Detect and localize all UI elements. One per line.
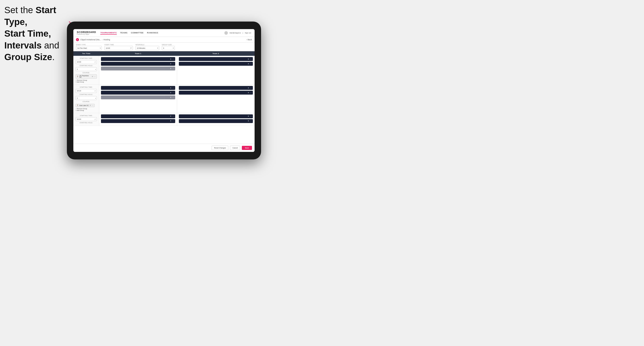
cancel-button[interactable]: Cancel [230,146,240,150]
player-dots-icon-2-1[interactable]: ⋯ [250,58,252,60]
player-row-3-1: ✕ ⋯ [101,86,175,90]
nav-links: TOURNAMENTS TEAMS COMMITTEE RANKINGS [100,31,224,35]
course-remove-2[interactable]: ✕ [90,105,91,106]
nav-tournaments[interactable]: TOURNAMENTS [100,31,116,35]
player-dots-icon-6-1[interactable]: ⋯ [250,115,252,117]
starting-time-input-1[interactable] [76,60,97,64]
player-remove-icon-3-3[interactable]: ✕ [170,97,172,98]
separator: | [243,32,243,34]
group-row-2: STARTING TIME: ⏱ STARTING HOLE: ▾ COURSE… [73,85,254,113]
group-right-2: ✕ ⋯ ✕ ⋯ ✕ ⋯ ✕ [99,85,254,113]
player-dots-icon-4-2[interactable]: ⋯ [250,92,252,94]
player-remove-icon-4-2[interactable]: ✕ [248,92,249,94]
breadcrumb-separator: › [102,38,103,41]
time-icon-3: ⏱ [94,118,96,120]
player-dots-icon-5-2[interactable]: ⋯ [172,120,174,122]
breadcrumb-tournament[interactable]: Clippd Invitational (Ma... [80,38,101,41]
sign-out-link[interactable]: Sign out [245,32,251,34]
starting-time-input-2[interactable] [76,89,97,93]
start-type-label: Start Type [76,44,102,45]
start-type-value: 1st Tee Start [77,47,87,49]
col-team2: Team 2 [177,51,254,56]
player-remove-icon-5-2[interactable]: ✕ [170,120,172,122]
clock-icon: ⏱ [130,47,132,49]
intervals-value: 10 Minutes [137,47,145,49]
annotation-text: Set the Start Type, Start Time, Interval… [4,4,69,63]
nav-rankings[interactable]: RANKINGS [147,31,158,35]
course-remove-1[interactable]: ✕ [92,76,93,78]
course-icon-2: 🏌 [77,105,79,106]
starting-hole-wrap-2: ▾ [76,96,97,101]
player-row-2-2: ✕ ⋯ [179,62,253,66]
save-button[interactable]: Save [242,146,252,150]
player-dots-icon-1-1[interactable]: ⋯ [172,58,174,60]
breadcrumb-logo-icon: C [76,38,79,41]
player-dots-icon-4-1[interactable]: ⋯ [250,87,252,89]
remove-group-link-2[interactable]: ○ Remove Group [76,108,97,109]
player-dots-icon-1-3[interactable]: ⋯ [172,68,174,70]
course-edit-1[interactable]: ⋯ [94,76,96,78]
player-remove-icon-4-1[interactable]: ✕ [248,87,249,89]
team1-cell-1: ✕ ⋯ ✕ ⋯ ✕ ⋯ [99,56,177,84]
player-remove-icon-5-1[interactable]: ✕ [170,115,172,117]
intervals-label: Intervals [136,44,159,45]
navbar: SCOREBOARD Powered by clippd TOURNAMENTS… [73,29,254,37]
nav-right: blair@clippd.io | Sign out [224,31,251,35]
scroll-content: Tee Time Team 1 Team 2 STARTING TIME: ⏱ … [73,51,254,144]
hole-chevron-icon-1: ▾ [95,68,96,70]
player-dots-icon-3-2[interactable]: ⋯ [172,92,174,94]
player-remove-icon-3-2[interactable]: ✕ [170,92,172,94]
remove-group-link-1[interactable]: ○ Remove Group [76,79,97,81]
intervals-field: Intervals 10 Minutes ▾ [136,44,159,50]
start-type-field: Start Type 1st Tee Start ▾ [76,44,102,50]
start-type-select[interactable]: 1st Tee Start [76,46,102,50]
group-right-1: ✕ ⋯ ✕ ⋯ ✕ ⋯ ✕ [99,56,254,84]
starting-hole-wrap-1: ▾ [76,67,97,72]
player-remove-icon-1-1[interactable]: ✕ [170,58,172,60]
starting-hole-input-1[interactable] [76,67,97,71]
start-time-label: Start Time [104,44,133,45]
player-row-1-2: ✕ ⋯ [101,62,175,66]
bottom-bar: Reset Changes Cancel Save [73,144,254,152]
player-dots-icon-1-2[interactable]: ⋯ [172,63,174,65]
player-dots-icon-3-3[interactable]: ⋯ [172,97,174,98]
player-dots-icon-3-1[interactable]: ⋯ [172,87,174,89]
reset-changes-button[interactable]: Reset Changes [212,146,228,150]
add-group-link-2[interactable]: + Add Group [76,110,97,111]
player-row-3-2: ✕ ⋯ [101,91,175,95]
player-dots-icon-6-2[interactable]: ⋯ [250,120,252,122]
group-row-1: STARTING TIME: ⏱ STARTING HOLE: ▾ COURSE… [73,56,254,85]
remove-group-icon-1: ○ [76,79,76,81]
time-icon-2: ⏱ [94,90,96,92]
hole-chevron-icon-2: ▾ [95,97,96,99]
add-group-text-2: + Add Group [76,110,84,111]
logo: SCOREBOARD Powered by clippd [77,31,96,35]
tee-table: Tee Time Team 1 Team 2 [73,51,254,56]
player-dots-icon-5-1[interactable]: ⋯ [172,115,174,117]
player-row-1-3: ✕ ⋯ [101,67,175,70]
nav-teams[interactable]: TEAMS [120,31,128,35]
player-remove-icon-1-3[interactable]: ✕ [170,68,172,70]
group-size-select[interactable]: 3 [162,46,175,50]
user-avatar [224,31,228,35]
player-remove-icon-6-1[interactable]: ✕ [248,115,249,117]
starting-hole-label-3: STARTING HOLE: [76,122,97,124]
starting-time-input-3[interactable] [76,117,97,121]
starting-time-label-3: STARTING TIME: [76,115,97,116]
player-remove-icon-6-2[interactable]: ✕ [248,120,249,122]
player-remove-icon-2-1[interactable]: ✕ [248,58,249,60]
back-button[interactable]: ‹ Back [246,38,252,41]
course-edit-2[interactable]: ⋯ [92,105,94,106]
start-type-select-wrap: 1st Tee Start ▾ [76,46,102,50]
player-remove-icon-2-2[interactable]: ✕ [248,63,249,65]
player-dots-icon-2-2[interactable]: ⋯ [250,63,252,65]
add-group-link-1[interactable]: + Add Group [76,81,97,83]
start-time-input[interactable] [104,46,133,50]
player-remove-icon-3-1[interactable]: ✕ [170,87,172,89]
starting-time-label-2: STARTING TIME: [76,86,97,88]
intervals-select[interactable]: 10 Minutes [136,46,159,50]
starting-hole-input-2[interactable] [76,96,97,100]
tablet-frame: SCOREBOARD Powered by clippd TOURNAMENTS… [67,21,261,160]
nav-committee[interactable]: COMMITTEE [131,31,144,35]
player-remove-icon-1-2[interactable]: ✕ [170,63,172,65]
